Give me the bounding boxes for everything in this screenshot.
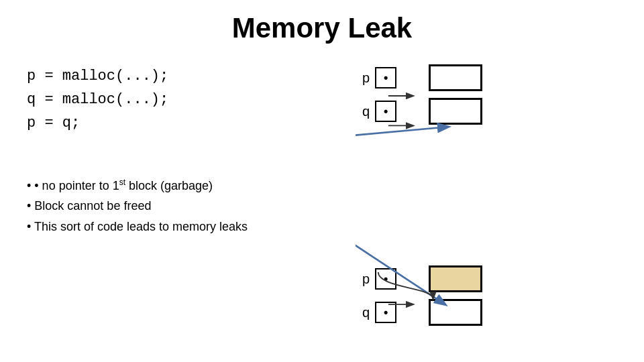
diagram-top-p-cell: •	[375, 67, 396, 88]
diagram-bot-p-label: p	[362, 272, 370, 287]
left-panel: p = malloc(...); q = malloc(...); p = q;…	[27, 58, 349, 359]
diagram-top-p-row: p •	[362, 64, 482, 91]
diagram-top-p-membox	[429, 64, 482, 91]
diagram-bot-p-membox-garbage	[429, 265, 482, 292]
page-title: Memory Leak	[0, 0, 644, 51]
bullet-3: This sort of code leads to memory leaks	[27, 217, 349, 237]
diagram-top-q-label: q	[362, 104, 370, 119]
bullet-1: • no pointer to 1st block (garbage)	[27, 176, 349, 196]
diagram-top-q-membox	[429, 98, 482, 125]
diagram-top-q-row: q •	[362, 98, 482, 125]
bullet-2: Block cannot be freed	[27, 196, 349, 217]
code-line-3: p = q;	[27, 111, 349, 135]
diagram-bot-q-cell: •	[375, 302, 396, 323]
code-line-2: q = malloc(...);	[27, 88, 349, 111]
diagram-bot-p-cell: •	[375, 268, 396, 290]
diagram-top-q-cell: •	[375, 101, 396, 122]
diagram-top-p-label: p	[362, 70, 370, 86]
code-block: p = malloc(...); q = malloc(...); p = q;	[27, 64, 349, 135]
diagram-bot-q-membox	[429, 299, 482, 326]
diagram-bot-p-row: p •	[362, 265, 482, 292]
bullet-section: • no pointer to 1st block (garbage) Bloc…	[27, 176, 349, 237]
diagram-bot-q-label: q	[362, 305, 370, 320]
code-line-1: p = malloc(...);	[27, 64, 349, 88]
diagram-bot-q-row: q •	[362, 299, 482, 326]
right-panel: p • q • p • q •	[356, 58, 624, 359]
